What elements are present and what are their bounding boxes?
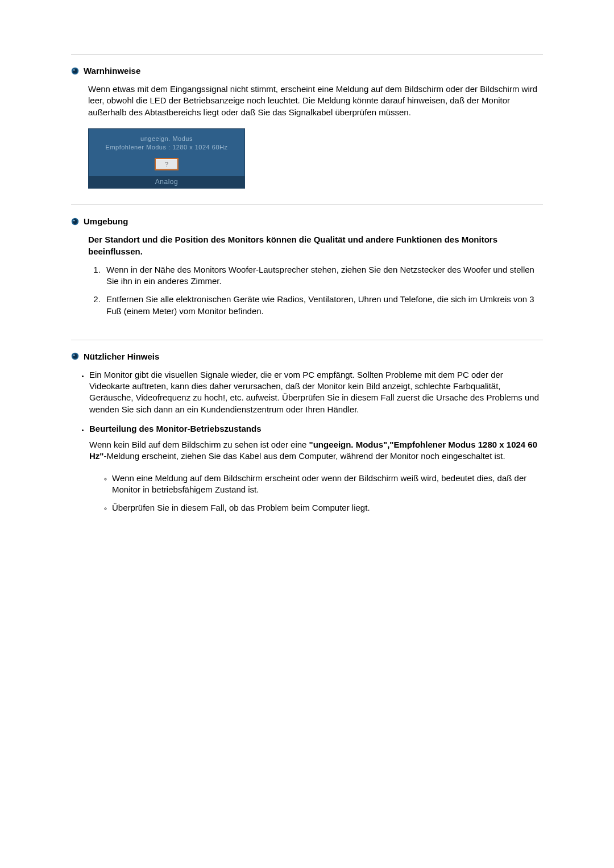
list-item: Wenn in der Nähe des Monitors Woofer-Lau… bbox=[103, 264, 543, 287]
svg-point-1 bbox=[73, 68, 77, 73]
section-head: Umgebung bbox=[71, 216, 543, 226]
svg-point-7 bbox=[73, 354, 77, 358]
list-item: Wenn eine Meldung auf dem Bildschirm ers… bbox=[112, 473, 543, 496]
hint-sublist: Wenn eine Meldung auf dem Bildschirm ers… bbox=[89, 473, 543, 514]
warn-body: Wenn etwas mit dem Eingangssignal nicht … bbox=[88, 84, 543, 118]
osd-line1: ungeeign. Modus bbox=[92, 135, 241, 143]
section-useful-hint: Nützlicher Hinweis Ein Monitor gibt die … bbox=[71, 340, 543, 538]
osd-footer: Analog bbox=[89, 176, 244, 188]
list-item: Ein Monitor gibt die visuellen Signale w… bbox=[89, 369, 543, 415]
section-environment: Umgebung Der Standort und die Position d… bbox=[71, 205, 543, 340]
content-column: Warnhinweise Wenn etwas mit dem Eingangs… bbox=[71, 54, 543, 537]
osd-help-button: ? bbox=[155, 158, 179, 170]
section-title: Nützlicher Hinweis bbox=[84, 352, 159, 361]
hint-list: Ein Monitor gibt die visuellen Signale w… bbox=[77, 369, 543, 514]
osd-diagram: ungeeign. Modus Empfohlener Modus : 1280… bbox=[88, 128, 245, 189]
svg-point-5 bbox=[73, 220, 75, 222]
svg-point-2 bbox=[73, 69, 75, 70]
section-warnings: Warnhinweise Wenn etwas mit dem Eingangs… bbox=[71, 55, 543, 205]
svg-point-4 bbox=[73, 219, 77, 224]
page: Warnhinweise Wenn etwas mit dem Eingangs… bbox=[0, 0, 614, 868]
list-item: Beurteilung des Monitor-Betriebszustands… bbox=[89, 423, 543, 514]
section-head: Warnhinweise bbox=[71, 66, 543, 76]
bullet-icon bbox=[71, 218, 79, 226]
env-list: Wenn in der Nähe des Monitors Woofer-Lau… bbox=[88, 264, 543, 317]
section-title: Warnhinweise bbox=[84, 66, 140, 76]
env-body: Der Standort und die Position des Monito… bbox=[88, 234, 543, 317]
section-head: Nützlicher Hinweis bbox=[71, 352, 543, 361]
para2-post: -Meldung erscheint, ziehen Sie das Kabel… bbox=[103, 451, 505, 461]
bullet-icon bbox=[71, 352, 79, 360]
list-item: Überprüfen Sie in diesem Fall, ob das Pr… bbox=[112, 502, 543, 514]
hint-para2: Wenn kein Bild auf dem Bildschirm zu seh… bbox=[89, 439, 543, 462]
osd-button-row: ? bbox=[89, 155, 244, 176]
osd-message: ungeeign. Modus Empfohlener Modus : 1280… bbox=[89, 129, 244, 155]
para2-pre: Wenn kein Bild auf dem Bildschirm zu seh… bbox=[89, 440, 309, 449]
env-intro: Der Standort und die Position des Monito… bbox=[88, 234, 543, 257]
osd-line2: Empfohlener Modus : 1280 x 1024 60Hz bbox=[92, 143, 241, 152]
svg-point-8 bbox=[73, 354, 75, 356]
section-title: Umgebung bbox=[84, 216, 128, 226]
bullet-icon bbox=[71, 67, 79, 75]
hint-subhead: Beurteilung des Monitor-Betriebszustands bbox=[89, 424, 262, 433]
list-item: Entfernen Sie alle elektronischen Geräte… bbox=[103, 294, 543, 317]
